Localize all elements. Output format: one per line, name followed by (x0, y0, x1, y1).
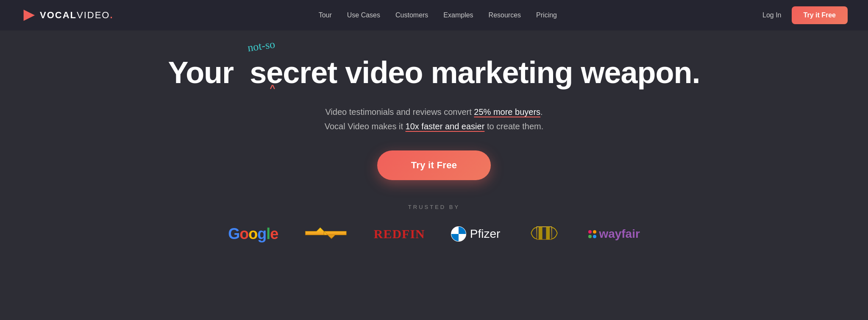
headline-end: secret video marketing weapon. (250, 56, 700, 89)
not-so-annotation: not-so (247, 38, 276, 55)
nav-item-resources[interactable]: Resources (489, 11, 521, 19)
hero-headline: Your ^ secret video marketing weapon. (168, 56, 700, 89)
subtext-line1-start: Video testimonials and reviews convert (325, 107, 474, 117)
trusted-logos: Google (228, 224, 640, 244)
subtext-line2-start: Vocal Video makes it (325, 122, 406, 131)
logo-cadillac (526, 224, 563, 244)
logo-google: Google (228, 225, 278, 243)
logo-wayfair: wayfair (588, 227, 640, 241)
nav-item-pricing[interactable]: Pricing (536, 11, 557, 19)
nav-item-customers[interactable]: Customers (395, 11, 428, 19)
wayfair-text: wayfair (599, 227, 640, 241)
nav-item-use-cases[interactable]: Use Cases (347, 11, 380, 19)
headline-start: Your (168, 56, 234, 89)
nav-item-examples[interactable]: Examples (443, 11, 473, 19)
logo-pfizer: Pfizer (451, 226, 501, 242)
hero-headline-wrapper: not-so Your ^ secret video marketing wea… (168, 56, 700, 89)
login-link[interactable]: Log In (762, 11, 781, 19)
logo-redfin: Redfin (374, 227, 425, 241)
nav-right: Log In Try it Free (762, 6, 848, 24)
subtext-highlight2: 10x faster and easier (406, 122, 485, 131)
caret-annotation: ^ (270, 83, 275, 94)
trusted-section: TRUSTED BY Google (228, 204, 640, 258)
hero-subtext: Video testimonials and reviews convert 2… (325, 105, 544, 134)
trusted-label: TRUSTED BY (228, 204, 640, 210)
logo[interactable]: VOCALVIDEO. (20, 7, 113, 23)
nav-links: Tour Use Cases Customers Examples Resour… (319, 11, 557, 19)
svg-marker-0 (24, 10, 35, 21)
logo-text: VOCALVIDEO. (40, 10, 113, 21)
subtext-highlight1: 25% more buyers (474, 107, 540, 117)
logo-icon (20, 7, 36, 23)
nav-item-tour[interactable]: Tour (319, 11, 332, 19)
navbar: VOCALVIDEO. Tour Use Cases Customers Exa… (0, 0, 868, 31)
logo-chevrolet (303, 224, 348, 244)
nav-try-free-button[interactable]: Try it Free (792, 6, 848, 24)
hero-section: not-so Your ^ secret video marketing wea… (0, 31, 868, 275)
hero-try-free-button[interactable]: Try it Free (377, 150, 491, 180)
